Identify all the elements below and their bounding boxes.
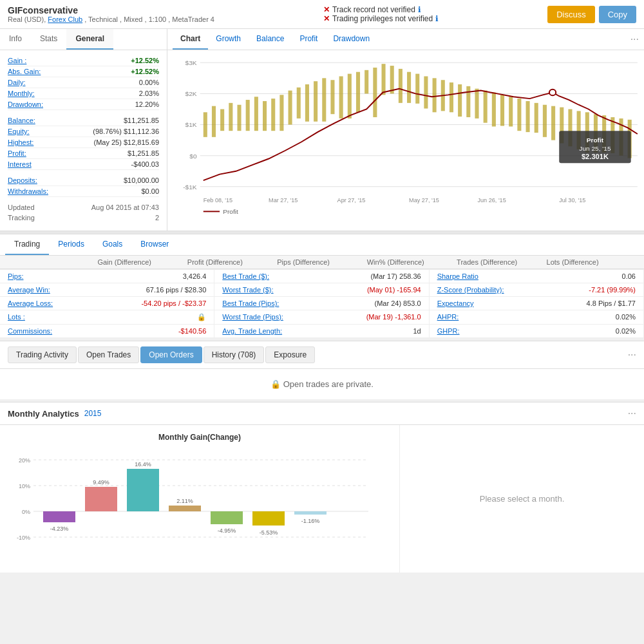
trading-tab-browser[interactable]: Browser [131,234,178,255]
svg-text:Jul 30, '15: Jul 30, '15 [559,197,585,204]
discuss-button[interactable]: Discuss [547,6,595,23]
worst-trade-pips-label[interactable]: Worst Trade (Pips): [222,313,283,321]
svg-rect-25 [330,80,334,114]
ghpr-label[interactable]: GHPR: [437,327,460,335]
x-icon-track: ✕ [323,5,330,14]
perf-row-2: Average Win: 67.16 pips / $28.30 Worst T… [0,283,644,297]
highest-row: Highest: (May 25) $12,815.69 [8,137,159,148]
svg-text:-10%: -10% [17,535,30,541]
drawdown-label[interactable]: Drawdown: [8,100,43,108]
chart-tab-chart[interactable]: Chart [173,29,208,50]
activity-more-icon[interactable]: ··· [628,349,636,361]
main-content: Info Stats General Gain : +12.52% Abs. G… [0,29,644,231]
svg-text:-$1K: -$1K [183,184,197,191]
trading-tab-trading[interactable]: Trading [5,234,49,255]
stats-column-headers: Gain (Difference) Profit (Difference) Pi… [0,256,644,269]
forex-club-link[interactable]: Forex Club [48,15,82,23]
svg-text:Jun 25, '15: Jun 25, '15 [579,145,611,152]
info-icon-trading[interactable]: ℹ [435,14,439,23]
monthly-year[interactable]: 2015 [84,409,102,418]
drawdown-row: Drawdown: 12.20% [8,99,159,110]
avg-loss-value: -54.20 pips / -$23.37 [141,299,206,307]
svg-rect-41 [466,86,470,117]
tab-info[interactable]: Info [0,29,31,50]
lots-label[interactable]: Lots : [8,313,25,321]
perf-row-4: Lots : 🔒 Worst Trade (Pips): (Mar 19) -1… [0,310,644,325]
profit-label[interactable]: Profit: [8,149,26,157]
monthly-right-panel: Please select a month. [399,425,644,573]
x-icon-trading: ✕ [323,14,330,23]
svg-text:$2K: $2K [185,90,197,97]
chart-tab-profit[interactable]: Profit [292,29,325,50]
gain-label[interactable]: Gain : [8,57,26,64]
best-trade-label[interactable]: Best Trade ($): [222,272,269,280]
tracking-row: Tracking 2 [8,213,159,223]
chart-tab-growth[interactable]: Growth [208,29,249,50]
svg-text:$3K: $3K [185,59,197,66]
lots-cell: Lots : 🔒 [0,310,214,324]
gain-row: Gain : +12.52% [8,55,159,66]
best-trade-pips-label[interactable]: Best Trade (Pips): [222,299,279,307]
tab-general[interactable]: General [66,29,113,50]
monthly-title: Monthly Analytics [8,409,79,419]
svg-point-61 [549,90,556,96]
chart-tab-drawdown[interactable]: Drawdown [325,29,377,50]
withdrawals-label[interactable]: Withdrawals: [8,187,48,195]
expectancy-label[interactable]: Expectancy [437,299,474,307]
trading-tab-goals[interactable]: Goals [93,234,131,255]
copy-button[interactable]: Copy [599,6,636,23]
svg-rect-31 [381,64,385,95]
activity-tab-open-trades[interactable]: Open Trades [78,346,139,363]
svg-rect-50 [543,105,547,137]
trading-tab-periods[interactable]: Periods [49,234,93,255]
col-pips: Pips (Difference) [277,258,366,266]
highest-label[interactable]: Highest: [8,138,33,146]
activity-tab-trading[interactable]: Trading Activity [8,346,77,363]
svg-text:2.11%: 2.11% [176,498,193,504]
avg-loss-label[interactable]: Average Loss: [8,299,53,307]
svg-rect-46 [509,97,513,126]
avg-win-cell: Average Win: 67.16 pips / $28.30 [0,283,214,296]
private-message: Open trades are private. [283,379,374,389]
equity-row: Equity: (98.76%) $11,112.36 [8,126,159,137]
interest-label[interactable]: Interest [8,160,32,168]
commissions-label[interactable]: Commissions: [8,327,52,335]
updated-label: Updated [8,204,35,211]
monthly-label[interactable]: Monthly: [8,90,35,97]
activity-tab-exposure[interactable]: Exposure [265,346,315,363]
activity-tab-history[interactable]: History (708) [204,346,265,363]
chart-more-icon[interactable]: ··· [630,33,639,45]
svg-rect-35 [415,74,419,104]
info-icon-track[interactable]: ℹ [418,5,421,14]
chart-tab-balance[interactable]: Balance [249,29,292,50]
col-lots: Lots (Difference) [547,258,636,266]
avg-trade-label[interactable]: Avg. Trade Length: [222,327,282,335]
daily-label[interactable]: Daily: [8,79,26,86]
equity-value: (98.76%) $11,112.36 [93,128,159,135]
svg-rect-44 [492,92,496,126]
balance-label[interactable]: Balance: [8,117,35,124]
pips-label[interactable]: Pips: [8,272,23,280]
avg-win-label[interactable]: Average Win: [8,286,50,294]
activity-tab-open-orders[interactable]: Open Orders [140,346,202,363]
sharpe-label[interactable]: Sharpe Ratio [437,272,478,280]
monthly-more-icon[interactable]: ··· [628,408,636,419]
svg-rect-49 [535,103,538,133]
profit-value: $1,251.85 [128,149,159,157]
deposits-row: Deposits: $10,000.00 [8,175,159,186]
worst-trade-value: (May 01) -165.94 [367,286,421,294]
ahpr-label[interactable]: AHPR: [437,313,459,321]
worst-trade-label[interactable]: Worst Trade ($): [222,286,273,294]
zscore-label[interactable]: Z-Score (Probability): [437,286,504,294]
svg-rect-29 [365,70,368,94]
deposits-label[interactable]: Deposits: [8,176,37,184]
left-tabs: Info Stats General [0,29,167,50]
svg-rect-94 [294,511,327,515]
abs-gain-label[interactable]: Abs. Gain: [8,68,41,75]
equity-label[interactable]: Equity: [8,128,30,135]
perf-stats-section: Pips: 3,426.4 Best Trade ($): (Mar 17) 2… [0,269,644,338]
svg-text:-1.16%: -1.16% [301,518,320,524]
left-panel: Info Stats General Gain : +12.52% Abs. G… [0,29,167,231]
tab-stats[interactable]: Stats [31,29,66,50]
svg-text:Mar 27, '15: Mar 27, '15 [269,197,298,204]
